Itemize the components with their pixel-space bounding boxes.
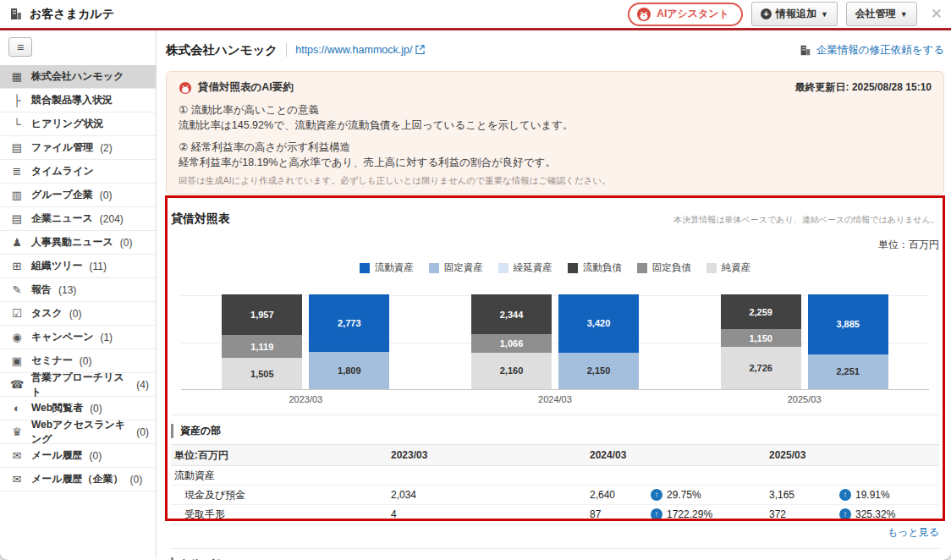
sidebar-item-hr-news[interactable]: ♟人事異動ニュース (0) [0, 231, 156, 255]
buildings-icon: ▥ [9, 189, 25, 201]
sidebar-item-tasks[interactable]: ☑タスク (0) [0, 302, 156, 326]
legend-item[interactable]: 固定負債 [637, 261, 691, 274]
pencil-icon: ✎ [9, 283, 25, 296]
sidebar-item-count: (0) [90, 403, 102, 415]
legend-label: 固定資産 [444, 261, 483, 274]
row-label: 受取手形 [171, 508, 388, 522]
legend-label: 繰延資産 [514, 261, 552, 274]
edit-request-link[interactable]: 企業情報の修正依頼をする [816, 43, 944, 58]
x-axis-labels: 2023/032024/032025/03 [181, 394, 929, 404]
ai-point2-title: ② 経常利益率の高さが示す利益構造 [179, 140, 932, 155]
sidebar-item-company[interactable]: ▦株式会社ハンモック [0, 65, 156, 89]
sidebar-item-org-tree[interactable]: ⊞組織ツリー (11) [0, 255, 156, 278]
table-group-row: 流動資産 [171, 466, 939, 486]
bar-segment: 1,119 [222, 335, 302, 358]
sidebar-item-label: グループ企業 [31, 188, 93, 202]
legend-item[interactable]: 流動資産 [360, 261, 414, 274]
folder-icon: ▤ [9, 141, 25, 154]
sidebar-item-count: (0) [120, 237, 133, 249]
sidebar-item-mail-history-company[interactable]: ✉メール履歴（企業） (0) [0, 468, 156, 491]
bar-segment: 2,344 [471, 294, 552, 334]
bar-group: 2,3441,0662,1603,4202,150 [471, 294, 639, 389]
sidebar-item-hearing-status[interactable]: └ヒアリング状況 [0, 113, 156, 136]
sidebar-menu-toggle[interactable]: ≡ [8, 37, 32, 57]
ai-disclaimer: 回答は生成AIにより作成されています。必ずしも正しいとは限りませんので重要な情報… [179, 175, 932, 187]
checkbox-icon: ☑ [9, 307, 25, 320]
row-change: ↑325.32% [836, 508, 939, 520]
sidebar-menu: ▦株式会社ハンモック├競合製品導入状況└ヒアリング状況▤ファイル管理 (2)≣タ… [0, 65, 156, 491]
company-mgmt-button[interactable]: 会社管理 ▼ [846, 2, 917, 26]
person-icon: ♟ [9, 236, 25, 249]
sidebar-item-count: (13) [58, 284, 76, 296]
main-content: 株式会社ハンモック https://www.hammock.jp/ 企業情報の修… [157, 30, 951, 557]
list-icon: ≣ [9, 165, 25, 178]
app-logo-building-icon [8, 7, 23, 21]
sidebar-item-count: (0) [90, 450, 102, 462]
legend-swatch [360, 263, 370, 273]
sidebar-item-label: 営業アプローチリスト [31, 371, 129, 399]
add-info-button[interactable]: + 情報追加 ▼ [751, 2, 838, 26]
building-icon: ▦ [9, 70, 25, 83]
sidebar-item-group-companies[interactable]: ▥グループ企業 (0) [0, 184, 156, 207]
table-header-row: 単位:百万円 2023/03 2024/03 2025/03 [171, 444, 939, 466]
bar-segment: 1,066 [471, 334, 552, 352]
unit-label: 単位：百万円 [171, 238, 939, 252]
legend-swatch [637, 263, 647, 273]
chevron-down-icon: ▼ [900, 10, 908, 19]
sidebar-item-label: 株式会社ハンモック [31, 69, 124, 84]
increase-arrow-icon: ↑ [651, 508, 662, 520]
ai-summary-title: 貸借対照表のAI要約 [198, 80, 294, 95]
stacked-bar: 2,2591,1502,726 [721, 294, 801, 389]
sidebar-item-count: (0) [69, 308, 82, 320]
balance-sheet-title: 貸借対照表 [171, 211, 230, 227]
row-value: 87 [586, 508, 647, 520]
sidebar-item-campaigns[interactable]: ◉キャンペーン (1) [0, 326, 156, 349]
megaphone-icon: ◉ [9, 331, 25, 343]
sidebar-item-company-news[interactable]: ▤企業ニュース (204) [0, 207, 156, 231]
ai-assistant-label: AIアシスタント [657, 7, 729, 21]
seminar-icon: ▣ [9, 354, 25, 367]
sidebar-item-label: 人事異動ニュース [31, 235, 113, 250]
add-info-label: 情報追加 [776, 7, 816, 21]
ai-mascot-icon [636, 7, 651, 22]
sidebar-item-timeline[interactable]: ≣タイムライン [0, 160, 156, 184]
tree-icon: ⊞ [9, 260, 25, 272]
company-url-link[interactable]: https://www.hammock.jp/ [295, 44, 425, 56]
sidebar-item-sales-approach-list[interactable]: ☎営業アプローチリスト (4) [0, 373, 156, 397]
legend-item[interactable]: 固定資産 [429, 261, 483, 274]
ai-assistant-button[interactable]: AIアシスタント [628, 3, 743, 26]
sidebar-item-file-management[interactable]: ▤ファイル管理 (2) [0, 136, 156, 160]
sidebar-item-mail-history[interactable]: ✉メール履歴 (0) [0, 444, 156, 468]
app-brand: お客さまカルテ [8, 7, 114, 22]
table-row: 受取手形487↑1722.29%372↑325.32% [171, 505, 939, 524]
increase-arrow-icon: ↑ [651, 489, 662, 501]
chart-plot-area: 1,9571,1191,5052,7731,8092,3441,0662,160… [181, 295, 929, 390]
legend-label: 純資産 [722, 261, 751, 274]
year-header: 2025/03 [766, 449, 836, 461]
sidebar-item-count: (0) [80, 355, 92, 367]
sidebar-item-reports[interactable]: ✎報告 (13) [0, 278, 156, 302]
balance-sheet-card: 貸借対照表 本決算情報は単体ベースであり、連結ベースの情報ではありません。 単位… [166, 205, 944, 560]
x-axis-label: 2023/03 [222, 394, 389, 404]
legend-item[interactable]: 繰延資産 [498, 261, 552, 274]
bar-segment: 3,420 [558, 294, 639, 353]
sidebar-item-competitor-status[interactable]: ├競合製品導入状況 [0, 89, 156, 113]
sidebar-item-label: セミナー [31, 354, 73, 368]
sidebar-item-web-access-ranking[interactable]: ♛Webアクセスランキング (0) [0, 420, 156, 444]
sidebar-item-count: (1) [100, 332, 113, 343]
table-unit-header: 単位:百万円 [171, 448, 388, 463]
see-more-link[interactable]: もっと見る [888, 526, 939, 538]
sidebar-item-count: (0) [100, 189, 113, 201]
top-header: お客さまカルテ AIアシスタント + 情報追加 ▼ 会社管理 ▼ ✕ [0, 0, 951, 30]
sidebar-item-label: 組織ツリー [31, 259, 83, 273]
legend-item[interactable]: 純資産 [706, 261, 751, 274]
bar-segment: 1,809 [309, 352, 389, 389]
close-icon[interactable]: ✕ [931, 7, 943, 21]
bar-segment: 3,885 [808, 294, 888, 354]
phone-icon: ☎ [9, 378, 25, 391]
ai-point1-body: 流動比率は145.92%で、流動資産が流動負債を上回っていることを示しています。 [179, 118, 932, 133]
legend-item[interactable]: 流動負債 [568, 261, 622, 274]
bar-segment: 2,251 [808, 354, 888, 389]
legend-label: 流動負債 [583, 261, 622, 274]
sidebar-item-count: (0) [136, 426, 149, 438]
